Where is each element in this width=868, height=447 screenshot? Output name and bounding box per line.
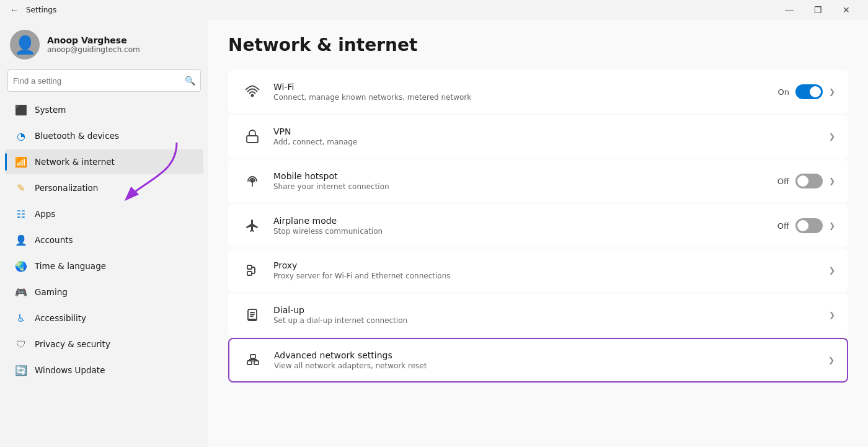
system-icon: ⬛ xyxy=(15,104,27,116)
nav-item-network[interactable]: 📶 Network & internet xyxy=(5,149,203,174)
svg-point-0 xyxy=(252,95,254,97)
accessibility-icon: ♿ xyxy=(15,312,27,324)
vpn-text: VPN Add, connect, manage xyxy=(273,126,829,146)
user-section[interactable]: 👤 Anoop Varghese anoop@guidingtech.com xyxy=(0,20,208,67)
nav-label-personalization: Personalization xyxy=(35,183,98,193)
airplane-chevron: ❯ xyxy=(829,221,835,230)
wifi-toggle[interactable] xyxy=(795,84,823,99)
nav-label-accessibility: Accessibility xyxy=(35,313,86,323)
hotspot-icon xyxy=(241,170,264,192)
network-icon: 📶 xyxy=(15,156,27,168)
settings-list: Wi-Fi Connect, manage known networks, me… xyxy=(228,70,848,383)
nav-label-gaming: Gaming xyxy=(35,287,68,297)
search-box[interactable]: 🔍 xyxy=(7,69,201,92)
dialup-right: ❯ xyxy=(829,311,835,319)
personalization-icon: ✎ xyxy=(15,182,27,194)
avatar: 👤 xyxy=(10,30,40,60)
svg-rect-7 xyxy=(254,361,259,365)
gaming-icon: 🎮 xyxy=(15,286,27,298)
nav-label-windows-update: Windows Update xyxy=(35,365,105,375)
minimize-button[interactable]: — xyxy=(775,0,804,20)
nav-item-bluetooth[interactable]: ◔ Bluetooth & devices xyxy=(5,123,203,148)
advanced-network-text: Advanced network settings View all netwo… xyxy=(274,350,828,370)
nav-label-time: Time & language xyxy=(35,261,106,271)
svg-rect-3 xyxy=(247,272,252,275)
content-area: Network & internet Wi-Fi Connect, manage… xyxy=(208,20,868,447)
search-input[interactable] xyxy=(13,76,185,86)
user-email: anoop@guidingtech.com xyxy=(47,45,140,54)
back-button[interactable]: ← xyxy=(7,2,21,17)
hotspot-desc: Share your internet connection xyxy=(273,182,777,191)
proxy-title: Proxy xyxy=(273,260,829,270)
advanced-network-desc: View all network adapters, network reset xyxy=(274,361,828,370)
titlebar: ← Settings — ❐ ✕ xyxy=(0,0,868,20)
hotspot-status: Off xyxy=(777,177,789,186)
page-title: Network & internet xyxy=(228,35,848,55)
dialup-icon xyxy=(241,304,264,326)
vpn-right: ❯ xyxy=(829,132,835,141)
advanced-network-chevron: ❯ xyxy=(828,356,835,365)
app-title: Settings xyxy=(26,6,56,14)
settings-item-vpn[interactable]: VPN Add, connect, manage ❯ xyxy=(228,115,848,158)
maximize-button[interactable]: ❐ xyxy=(804,0,832,20)
close-button[interactable]: ✕ xyxy=(832,0,861,20)
sidebar: 👤 Anoop Varghese anoop@guidingtech.com 🔍… xyxy=(0,20,208,447)
nav-label-network: Network & internet xyxy=(35,157,115,167)
avatar-icon: 👤 xyxy=(14,35,36,55)
vpn-icon xyxy=(241,125,264,148)
nav-item-accessibility[interactable]: ♿ Accessibility xyxy=(5,306,203,330)
nav-item[interactable]: ⬛ System xyxy=(5,97,203,122)
settings-item-proxy[interactable]: Proxy Proxy server for Wi-Fi and Etherne… xyxy=(228,249,848,292)
nav-item-privacy[interactable]: 🛡 Privacy & security xyxy=(5,332,203,356)
airplane-title: Airplane mode xyxy=(273,216,777,226)
nav-item-apps[interactable]: ☷ Apps xyxy=(5,201,203,226)
airplane-text: Airplane mode Stop wireless communicatio… xyxy=(273,216,777,236)
app-body: 👤 Anoop Varghese anoop@guidingtech.com 🔍… xyxy=(0,20,868,447)
nav-label-system: System xyxy=(35,105,66,115)
airplane-right: Off ❯ xyxy=(777,218,835,233)
airplane-desc: Stop wireless communication xyxy=(273,227,777,236)
nav-label-privacy: Privacy & security xyxy=(35,339,110,349)
nav-item-accounts[interactable]: 👤 Accounts xyxy=(5,228,203,252)
wifi-title: Wi-Fi xyxy=(273,82,777,92)
airplane-toggle[interactable] xyxy=(795,218,823,233)
dialup-text: Dial-up Set up a dial-up internet connec… xyxy=(273,305,829,325)
time-icon: 🌏 xyxy=(15,260,27,272)
proxy-right: ❯ xyxy=(829,266,835,275)
nav-item-gaming[interactable]: 🎮 Gaming xyxy=(5,280,203,304)
user-name: Anoop Varghese xyxy=(47,35,140,45)
dialup-desc: Set up a dial-up internet connection xyxy=(273,316,829,325)
wifi-chevron: ❯ xyxy=(829,87,835,96)
nav-item-windows-update[interactable]: 🔄 Windows Update xyxy=(5,358,203,383)
dialup-chevron: ❯ xyxy=(829,311,835,319)
wifi-icon xyxy=(241,81,264,103)
apps-icon: ☷ xyxy=(15,208,27,220)
proxy-icon xyxy=(241,259,264,281)
advanced-network-title: Advanced network settings xyxy=(274,350,828,360)
settings-item-dialup[interactable]: Dial-up Set up a dial-up internet connec… xyxy=(228,293,848,337)
settings-item-advanced-network[interactable]: Advanced network settings View all netwo… xyxy=(228,338,848,383)
titlebar-left: ← Settings xyxy=(7,2,56,17)
bluetooth-icon: ◔ xyxy=(15,130,27,142)
windows-update-icon: 🔄 xyxy=(15,364,27,376)
advanced-network-right: ❯ xyxy=(828,356,835,365)
proxy-desc: Proxy server for Wi-Fi and Ethernet conn… xyxy=(273,272,829,280)
hotspot-right: Off ❯ xyxy=(777,174,835,188)
nav-item-personalization[interactable]: ✎ Personalization xyxy=(5,175,203,200)
hotspot-toggle[interactable] xyxy=(795,174,823,188)
wifi-right: On ❯ xyxy=(777,84,835,99)
window-controls: — ❐ ✕ xyxy=(775,0,861,20)
wifi-text: Wi-Fi Connect, manage known networks, me… xyxy=(273,82,777,102)
airplane-status: Off xyxy=(777,221,789,231)
settings-item-airplane[interactable]: Airplane mode Stop wireless communicatio… xyxy=(228,204,848,247)
user-info: Anoop Varghese anoop@guidingtech.com xyxy=(47,35,140,54)
hotspot-chevron: ❯ xyxy=(829,177,835,185)
settings-item-wifi[interactable]: Wi-Fi Connect, manage known networks, me… xyxy=(228,70,848,113)
nav-item-time[interactable]: 🌏 Time & language xyxy=(5,254,203,278)
vpn-desc: Add, connect, manage xyxy=(273,138,829,146)
settings-item-hotspot[interactable]: Mobile hotspot Share your internet conne… xyxy=(228,159,848,203)
accounts-icon: 👤 xyxy=(15,234,27,246)
wifi-status: On xyxy=(777,87,789,97)
search-icon: 🔍 xyxy=(185,76,195,86)
dialup-title: Dial-up xyxy=(273,305,829,315)
